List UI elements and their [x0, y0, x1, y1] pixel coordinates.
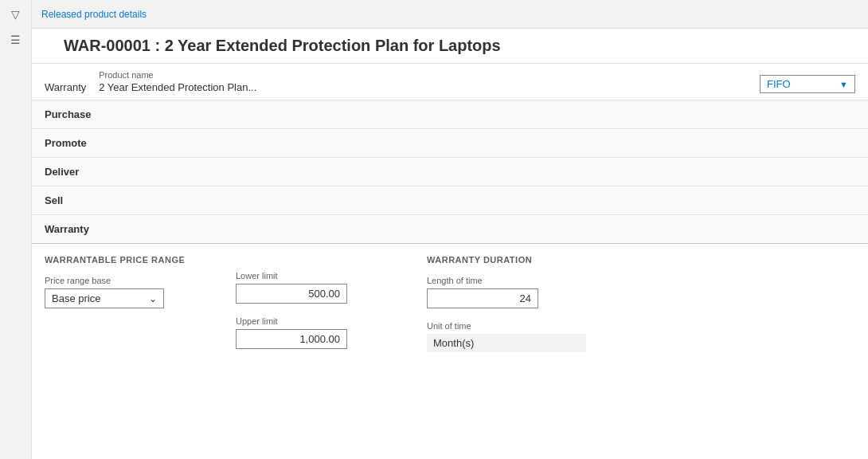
lower-limit-input[interactable]: [236, 284, 347, 304]
product-name-label: Product name: [99, 70, 306, 80]
purchase-section-header[interactable]: Purchase: [32, 100, 868, 129]
promote-section-header[interactable]: Promote: [32, 129, 868, 158]
type-value: Warranty: [45, 81, 86, 93]
breadcrumb-link[interactable]: Released product details: [41, 9, 147, 20]
lower-limit-label: Lower limit: [236, 271, 395, 280]
warranty-section: Warranty WARRANTABLE PRICE RANGE Price r…: [32, 215, 868, 363]
upper-limit-field: Upper limit: [236, 316, 395, 349]
warranty-section-header[interactable]: Warranty: [32, 215, 868, 244]
unit-of-time-value: Month(s): [427, 334, 586, 352]
fifo-dropdown[interactable]: FIFO ▼: [760, 75, 855, 93]
product-name-value: 2 Year Extended Protection Plan...: [99, 81, 306, 93]
upper-limit-label: Upper limit: [236, 316, 395, 326]
upper-limit-input[interactable]: [236, 329, 347, 349]
page-title: WAR-00001 : 2 Year Extended Protection P…: [32, 29, 868, 64]
price-range-base-label: Price range base: [45, 276, 204, 285]
type-field: Warranty: [45, 81, 86, 93]
warrantable-price-range-col: WARRANTABLE PRICE RANGE Price range base…: [45, 255, 204, 308]
length-of-time-input[interactable]: [427, 288, 538, 308]
warrantable-group-label: WARRANTABLE PRICE RANGE: [45, 255, 204, 265]
price-range-base-field: Price range base Base price ⌄: [45, 276, 204, 308]
limits-col: Lower limit Upper limit: [236, 255, 395, 349]
fifo-dropdown-arrow: ▼: [839, 80, 848, 89]
warranty-form: WARRANTABLE PRICE RANGE Price range base…: [32, 244, 868, 363]
sell-section-header[interactable]: Sell: [32, 186, 868, 215]
product-header-row: Warranty Product name 2 Year Extended Pr…: [32, 64, 868, 100]
price-range-dropdown-arrow: ⌄: [149, 293, 157, 304]
length-of-time-label: Length of time: [427, 276, 586, 285]
deliver-section-header[interactable]: Deliver: [32, 158, 868, 186]
price-range-base-value: Base price: [52, 292, 100, 304]
length-of-time-field: Length of time: [427, 276, 586, 308]
warranty-duration-group-label: WARRANTY DURATION: [427, 255, 586, 265]
price-range-base-dropdown[interactable]: Base price ⌄: [45, 288, 164, 308]
unit-of-time-label: Unit of time: [427, 321, 586, 331]
lower-limit-field: Lower limit: [236, 271, 395, 304]
product-name-field: Product name 2 Year Extended Protection …: [99, 70, 306, 93]
hamburger-icon[interactable]: ☰: [10, 33, 21, 46]
warranty-duration-col: WARRANTY DURATION Length of time Unit of…: [427, 255, 586, 352]
unit-of-time-field: Unit of time Month(s): [427, 321, 586, 352]
filter-icon[interactable]: ▽: [11, 8, 20, 21]
fifo-label: FIFO: [767, 78, 791, 90]
